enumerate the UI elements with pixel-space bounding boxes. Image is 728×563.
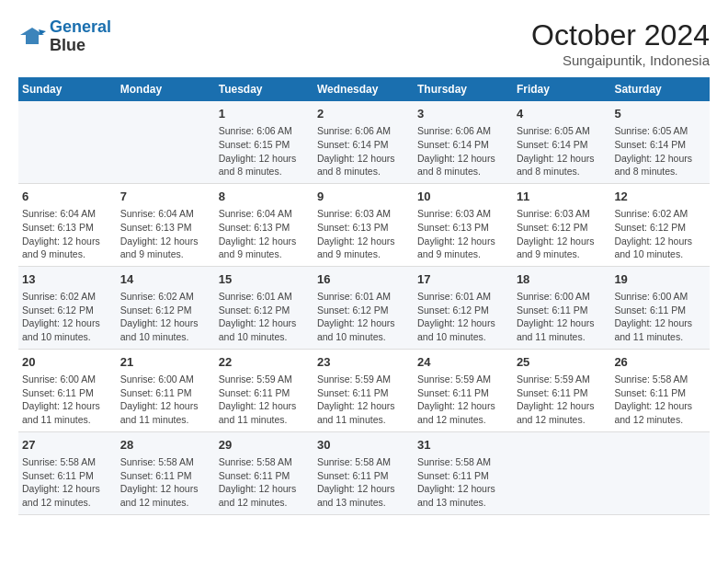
calendar-cell: 13Sunrise: 6:02 AM Sunset: 6:12 PM Dayli… xyxy=(18,266,117,349)
calendar-table: Sunday Monday Tuesday Wednesday Thursday… xyxy=(18,77,710,515)
header-friday: Friday xyxy=(513,77,611,101)
day-number: 3 xyxy=(417,106,509,122)
day-number: 14 xyxy=(120,271,211,288)
page-header: GeneralBlue October 2024 Sungaipuntik, I… xyxy=(18,18,710,68)
title-block: October 2024 Sungaipuntik, Indonesia xyxy=(531,18,710,68)
day-info: Sunrise: 5:58 AM Sunset: 6:11 PM Dayligh… xyxy=(317,455,410,510)
calendar-cell: 7Sunrise: 6:04 AM Sunset: 6:13 PM Daylig… xyxy=(117,183,215,266)
calendar-cell: 25Sunrise: 5:59 AM Sunset: 6:11 PM Dayli… xyxy=(513,349,611,431)
calendar-title: October 2024 xyxy=(531,18,710,52)
day-number: 13 xyxy=(22,271,113,288)
day-number: 16 xyxy=(317,271,410,288)
day-number: 22 xyxy=(219,354,310,371)
calendar-cell: 20Sunrise: 6:00 AM Sunset: 6:11 PM Dayli… xyxy=(18,349,117,431)
calendar-cell: 19Sunrise: 6:00 AM Sunset: 6:11 PM Dayli… xyxy=(610,266,710,349)
day-number: 12 xyxy=(614,189,706,205)
header-saturday: Saturday xyxy=(610,77,710,101)
day-info: Sunrise: 5:59 AM Sunset: 6:11 PM Dayligh… xyxy=(219,373,310,427)
calendar-cell: 11Sunrise: 6:03 AM Sunset: 6:12 PM Dayli… xyxy=(513,183,611,266)
calendar-cell: 15Sunrise: 6:01 AM Sunset: 6:12 PM Dayli… xyxy=(215,266,313,349)
header-monday: Monday xyxy=(117,77,215,101)
calendar-cell: 1Sunrise: 6:06 AM Sunset: 6:15 PM Daylig… xyxy=(215,101,313,183)
day-info: Sunrise: 6:04 AM Sunset: 6:13 PM Dayligh… xyxy=(22,207,113,261)
day-number: 24 xyxy=(417,354,509,371)
calendar-cell: 14Sunrise: 6:02 AM Sunset: 6:12 PM Dayli… xyxy=(117,266,215,349)
calendar-subtitle: Sungaipuntik, Indonesia xyxy=(531,52,710,68)
day-number: 31 xyxy=(417,437,509,454)
day-info: Sunrise: 5:59 AM Sunset: 6:11 PM Dayligh… xyxy=(517,373,608,427)
day-info: Sunrise: 5:59 AM Sunset: 6:11 PM Dayligh… xyxy=(417,373,509,427)
calendar-cell: 23Sunrise: 5:59 AM Sunset: 6:11 PM Dayli… xyxy=(313,349,414,431)
day-info: Sunrise: 5:58 AM Sunset: 6:11 PM Dayligh… xyxy=(219,455,310,510)
day-number: 25 xyxy=(517,354,608,371)
calendar-row: 13Sunrise: 6:02 AM Sunset: 6:12 PM Dayli… xyxy=(18,266,710,349)
calendar-row: 27Sunrise: 5:58 AM Sunset: 6:11 PM Dayli… xyxy=(18,431,710,514)
calendar-cell: 12Sunrise: 6:02 AM Sunset: 6:12 PM Dayli… xyxy=(610,183,710,266)
day-info: Sunrise: 6:06 AM Sunset: 6:14 PM Dayligh… xyxy=(317,124,410,178)
day-info: Sunrise: 6:02 AM Sunset: 6:12 PM Dayligh… xyxy=(120,290,211,344)
day-info: Sunrise: 5:58 AM Sunset: 6:11 PM Dayligh… xyxy=(417,455,509,510)
day-number: 27 xyxy=(22,437,113,454)
day-info: Sunrise: 5:58 AM Sunset: 6:11 PM Dayligh… xyxy=(614,373,706,427)
day-number: 28 xyxy=(120,437,211,454)
day-info: Sunrise: 6:03 AM Sunset: 6:12 PM Dayligh… xyxy=(517,207,608,261)
day-number: 10 xyxy=(417,189,509,205)
calendar-cell xyxy=(513,431,611,514)
day-info: Sunrise: 6:02 AM Sunset: 6:12 PM Dayligh… xyxy=(614,207,706,261)
day-number: 7 xyxy=(120,189,211,205)
day-info: Sunrise: 6:04 AM Sunset: 6:13 PM Dayligh… xyxy=(120,207,211,261)
calendar-cell: 4Sunrise: 6:05 AM Sunset: 6:14 PM Daylig… xyxy=(513,101,611,183)
day-number: 1 xyxy=(219,106,310,122)
day-number: 29 xyxy=(219,437,310,454)
day-number: 18 xyxy=(517,271,608,288)
logo: GeneralBlue xyxy=(18,18,111,55)
calendar-cell: 9Sunrise: 6:03 AM Sunset: 6:13 PM Daylig… xyxy=(313,183,414,266)
calendar-cell: 10Sunrise: 6:03 AM Sunset: 6:13 PM Dayli… xyxy=(414,183,513,266)
calendar-row: 6Sunrise: 6:04 AM Sunset: 6:13 PM Daylig… xyxy=(18,183,710,266)
day-info: Sunrise: 6:01 AM Sunset: 6:12 PM Dayligh… xyxy=(219,290,310,344)
calendar-cell: 3Sunrise: 6:06 AM Sunset: 6:14 PM Daylig… xyxy=(414,101,513,183)
day-number: 2 xyxy=(317,106,410,122)
day-number: 5 xyxy=(614,106,706,122)
day-info: Sunrise: 5:58 AM Sunset: 6:11 PM Dayligh… xyxy=(120,455,211,510)
calendar-cell xyxy=(18,101,117,183)
day-number: 15 xyxy=(219,271,310,288)
day-info: Sunrise: 6:06 AM Sunset: 6:15 PM Dayligh… xyxy=(219,124,310,178)
calendar-cell: 31Sunrise: 5:58 AM Sunset: 6:11 PM Dayli… xyxy=(414,431,513,514)
day-number: 19 xyxy=(614,271,706,288)
day-info: Sunrise: 6:03 AM Sunset: 6:13 PM Dayligh… xyxy=(417,207,509,261)
day-info: Sunrise: 6:02 AM Sunset: 6:12 PM Dayligh… xyxy=(22,290,113,344)
calendar-row: 20Sunrise: 6:00 AM Sunset: 6:11 PM Dayli… xyxy=(18,349,710,431)
day-info: Sunrise: 6:00 AM Sunset: 6:11 PM Dayligh… xyxy=(120,373,211,427)
header-sunday: Sunday xyxy=(18,77,117,101)
day-info: Sunrise: 5:59 AM Sunset: 6:11 PM Dayligh… xyxy=(317,373,410,427)
calendar-cell: 24Sunrise: 5:59 AM Sunset: 6:11 PM Dayli… xyxy=(414,349,513,431)
calendar-cell: 27Sunrise: 5:58 AM Sunset: 6:11 PM Dayli… xyxy=(18,431,117,514)
calendar-cell: 28Sunrise: 5:58 AM Sunset: 6:11 PM Dayli… xyxy=(117,431,215,514)
calendar-cell: 18Sunrise: 6:00 AM Sunset: 6:11 PM Dayli… xyxy=(513,266,611,349)
calendar-cell: 6Sunrise: 6:04 AM Sunset: 6:13 PM Daylig… xyxy=(18,183,117,266)
calendar-cell xyxy=(610,431,710,514)
calendar-cell: 2Sunrise: 6:06 AM Sunset: 6:14 PM Daylig… xyxy=(313,101,414,183)
day-info: Sunrise: 6:00 AM Sunset: 6:11 PM Dayligh… xyxy=(614,290,706,344)
day-info: Sunrise: 5:58 AM Sunset: 6:11 PM Dayligh… xyxy=(22,455,113,510)
day-number: 17 xyxy=(417,271,509,288)
day-number: 21 xyxy=(120,354,211,371)
calendar-cell: 29Sunrise: 5:58 AM Sunset: 6:11 PM Dayli… xyxy=(215,431,313,514)
day-number: 9 xyxy=(317,189,410,205)
calendar-cell: 8Sunrise: 6:04 AM Sunset: 6:13 PM Daylig… xyxy=(215,183,313,266)
day-number: 4 xyxy=(517,106,608,122)
day-info: Sunrise: 6:00 AM Sunset: 6:11 PM Dayligh… xyxy=(22,373,113,427)
calendar-cell xyxy=(117,101,215,183)
header-wednesday: Wednesday xyxy=(313,77,414,101)
day-number: 8 xyxy=(219,189,310,205)
calendar-cell: 17Sunrise: 6:01 AM Sunset: 6:12 PM Dayli… xyxy=(414,266,513,349)
day-info: Sunrise: 6:05 AM Sunset: 6:14 PM Dayligh… xyxy=(614,124,706,178)
calendar-header-row: Sunday Monday Tuesday Wednesday Thursday… xyxy=(18,77,710,101)
calendar-cell: 26Sunrise: 5:58 AM Sunset: 6:11 PM Dayli… xyxy=(610,349,710,431)
logo-text: GeneralBlue xyxy=(50,18,111,55)
day-info: Sunrise: 6:01 AM Sunset: 6:12 PM Dayligh… xyxy=(317,290,410,344)
day-number: 11 xyxy=(517,189,608,205)
header-thursday: Thursday xyxy=(414,77,513,101)
calendar-cell: 5Sunrise: 6:05 AM Sunset: 6:14 PM Daylig… xyxy=(610,101,710,183)
